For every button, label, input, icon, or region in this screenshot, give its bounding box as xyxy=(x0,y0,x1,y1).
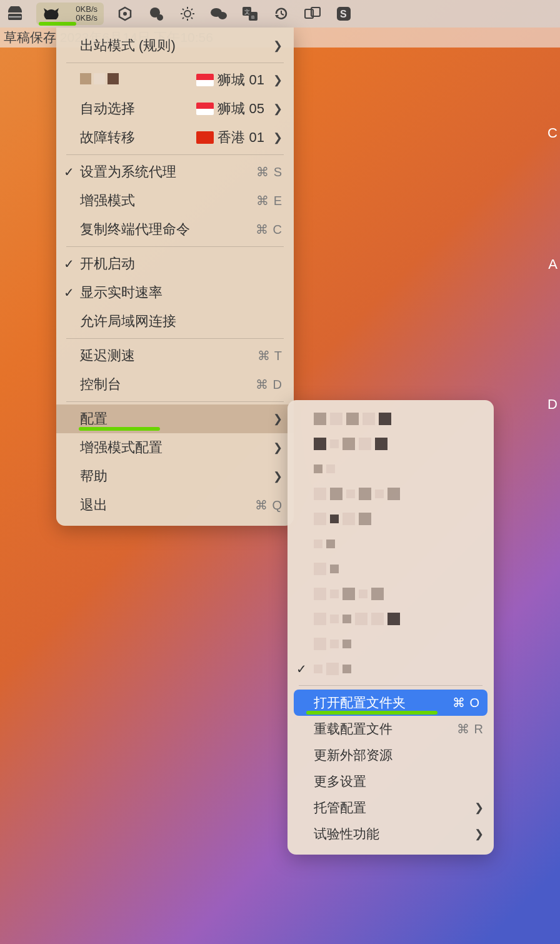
menu-label: 配置 xyxy=(80,409,268,428)
menu-separator xyxy=(66,338,284,339)
menu-label: 允许局域网连接 xyxy=(80,312,282,331)
globe-network-icon[interactable] xyxy=(146,5,166,23)
config-entry-blurred[interactable] xyxy=(288,556,494,581)
cat-icon xyxy=(42,7,60,21)
menu-label: 退出 xyxy=(80,496,255,515)
config-entry-blurred[interactable] xyxy=(288,481,494,506)
clashx-main-menu: 出站模式 (规则) ❯ 狮城 01 ❯ 自动选择 狮城 05 ❯ 故障转移 香港… xyxy=(56,28,294,526)
wechat-icon[interactable] xyxy=(209,5,229,23)
menu-proxy-row-2[interactable]: 故障转移 香港 01 ❯ xyxy=(56,123,294,152)
svg-text:文: 文 xyxy=(244,9,250,15)
submenu-open-config-folder[interactable]: 打开配置文件夹 ⌘ O xyxy=(294,690,488,716)
menu-label: 打开配置文件夹 xyxy=(314,694,452,711)
menu-separator xyxy=(66,154,284,155)
menu-allow-lan[interactable]: 允许局域网连接 xyxy=(56,307,294,336)
speed-indicator: 0KB/s 0KB/s xyxy=(65,5,98,23)
node-label: 香港 01 xyxy=(218,128,264,147)
menu-shortcut: ⌘ T xyxy=(258,348,282,363)
menu-quit[interactable]: 退出 ⌘ Q xyxy=(56,491,294,520)
menu-proxy-row-0[interactable]: 狮城 01 ❯ xyxy=(56,66,294,94)
menu-label: 控制台 xyxy=(80,375,256,394)
android-icon[interactable] xyxy=(5,5,25,23)
submenu-arrow-icon: ❯ xyxy=(474,801,484,815)
config-entry-blurred[interactable] xyxy=(288,406,494,431)
config-entry-blurred[interactable] xyxy=(288,456,494,481)
flag-sg-icon xyxy=(196,103,214,115)
check-icon: ✓ xyxy=(64,285,74,300)
submenu-reload-config[interactable]: 重载配置文件 ⌘ R xyxy=(288,716,494,742)
proxy-node: 狮城 01 xyxy=(196,71,264,89)
config-entry-blurred[interactable] xyxy=(288,506,494,531)
menu-separator xyxy=(299,685,482,686)
config-entry-blurred[interactable] xyxy=(288,581,494,606)
menu-separator xyxy=(66,63,284,63)
submenu-arrow-icon: ❯ xyxy=(273,131,282,144)
menu-latency-test[interactable]: 延迟测速 ⌘ T xyxy=(56,341,294,370)
menu-label: 延迟测速 xyxy=(80,346,258,365)
check-icon: ✓ xyxy=(64,164,74,179)
menu-shortcut: ⌘ O xyxy=(452,695,480,710)
menu-show-speed[interactable]: ✓ 显示实时速率 xyxy=(56,278,294,307)
config-entry-blurred[interactable] xyxy=(288,531,494,556)
menu-shortcut: ⌘ D xyxy=(256,377,282,392)
menu-help[interactable]: 帮助 ❯ xyxy=(56,462,294,491)
menu-shortcut: ⌘ C xyxy=(256,222,282,237)
menu-label: 更多设置 xyxy=(314,773,484,790)
macos-menubar: 0KB/s 0KB/s 文B S xyxy=(0,0,560,28)
menu-copy-shell[interactable]: 复制终端代理命令 ⌘ C xyxy=(56,215,294,244)
menu-shortcut: ⌘ E xyxy=(256,193,282,208)
clashx-menubar-item[interactable]: 0KB/s 0KB/s xyxy=(36,3,104,25)
hexagon-icon[interactable] xyxy=(115,5,135,23)
menu-config[interactable]: 配置 ❯ xyxy=(56,404,294,433)
menu-label: 更新外部资源 xyxy=(314,746,484,764)
submenu-arrow-icon: ❯ xyxy=(273,412,282,426)
menu-shortcut: ⌘ S xyxy=(256,164,282,179)
config-entry-blurred[interactable] xyxy=(288,431,494,456)
svg-point-2 xyxy=(123,12,127,16)
menu-label: 托管配置 xyxy=(314,799,469,816)
menu-enhance-mode[interactable]: 增强模式 ⌘ E xyxy=(56,186,294,215)
proxy-group-label: 自动选择 xyxy=(80,99,196,118)
proxy-node: 狮城 05 xyxy=(196,99,264,118)
menu-proxy-row-1[interactable]: 自动选择 狮城 05 ❯ xyxy=(56,94,294,123)
menu-shortcut: ⌘ Q xyxy=(255,498,282,513)
submenu-experimental[interactable]: 试验性功能 ❯ xyxy=(288,821,494,847)
svg-point-15 xyxy=(218,12,227,19)
menu-autostart[interactable]: ✓ 开机启动 xyxy=(56,249,294,278)
proxy-group-label xyxy=(80,72,196,88)
annotation-highlight xyxy=(306,711,438,715)
submenu-arrow-icon: ❯ xyxy=(273,441,282,454)
config-entry-blurred[interactable] xyxy=(288,606,494,631)
svg-line-11 xyxy=(191,18,192,19)
config-entry-checked-blurred[interactable]: ✓ xyxy=(288,656,494,681)
menu-enhance-config[interactable]: 增强模式配置 ❯ xyxy=(56,433,294,462)
menu-system-proxy[interactable]: ✓ 设置为系统代理 ⌘ S xyxy=(56,158,294,186)
submenu-managed-config[interactable]: 托管配置 ❯ xyxy=(288,795,494,821)
menu-label: 试验性功能 xyxy=(314,825,469,843)
menu-label: 增强模式 xyxy=(80,191,256,210)
svg-line-10 xyxy=(182,9,184,10)
sogou-icon[interactable]: S xyxy=(334,5,354,23)
menu-outbound-mode[interactable]: 出站模式 (规则) ❯ xyxy=(56,31,294,60)
menu-console[interactable]: 控制台 ⌘ D xyxy=(56,370,294,399)
time-machine-icon[interactable] xyxy=(271,5,291,23)
submenu-arrow-icon: ❯ xyxy=(474,827,484,841)
flag-hk-icon xyxy=(196,131,214,144)
speed-down: 0KB/s xyxy=(65,14,98,23)
menu-separator xyxy=(66,246,284,247)
svg-point-4 xyxy=(157,14,163,21)
stage-manager-icon[interactable] xyxy=(302,5,322,23)
speed-up: 0KB/s xyxy=(65,5,98,14)
submenu-update-resources[interactable]: 更新外部资源 xyxy=(288,742,494,768)
bg-widget-letter: D xyxy=(548,396,558,413)
node-label: 狮城 01 xyxy=(218,71,264,89)
config-entry-blurred[interactable] xyxy=(288,631,494,656)
flag-sg-icon xyxy=(196,74,214,86)
brightness-icon[interactable] xyxy=(178,5,198,23)
node-label: 狮城 05 xyxy=(218,99,264,118)
proxy-node: 香港 01 xyxy=(196,128,264,147)
submenu-more-settings[interactable]: 更多设置 xyxy=(288,768,494,795)
svg-point-5 xyxy=(184,11,191,17)
translate-icon[interactable]: 文B xyxy=(240,5,260,23)
bg-widget-letter: A xyxy=(548,256,558,273)
